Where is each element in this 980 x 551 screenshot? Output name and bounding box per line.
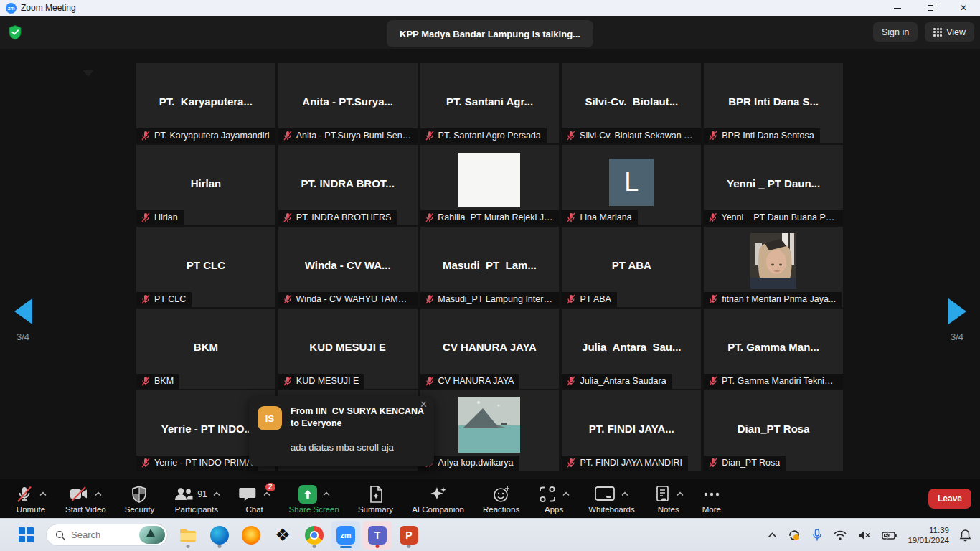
muted-mic-icon xyxy=(425,376,435,386)
search-input[interactable] xyxy=(71,529,133,540)
participant-tile[interactable]: Winda - CV WA...Winda - CV WAHYU TAMA ..… xyxy=(278,227,418,307)
chevron-up-icon[interactable] xyxy=(677,491,684,496)
participant-tile[interactable]: LLina Mariana xyxy=(562,145,701,225)
taskbar-edge-icon[interactable] xyxy=(205,521,234,550)
participant-tile[interactable]: PT. INDRA BROT...PT. INDRA BROTHERS xyxy=(278,145,418,225)
toolbar-label: Reactions xyxy=(483,505,519,514)
participant-tile[interactable]: KUD MESUJI EKUD MESUJI E xyxy=(278,309,418,389)
muted-mic-icon xyxy=(708,131,718,141)
participant-tile[interactable]: BKMBKM xyxy=(136,309,275,389)
participant-video xyxy=(458,397,520,456)
start-button[interactable] xyxy=(11,521,40,550)
participant-display-name: PT. Gamma Man... xyxy=(727,340,819,352)
toolbar-reactions-button[interactable]: Reactions xyxy=(473,479,529,518)
muted-mic-icon xyxy=(566,376,576,386)
chevron-up-icon[interactable] xyxy=(323,491,330,496)
toolbar-whiteboards-button[interactable]: Whiteboards xyxy=(579,479,644,518)
chat-popup-close-icon[interactable]: ✕ xyxy=(420,400,428,409)
close-button[interactable]: ✕ xyxy=(947,0,980,16)
notes-icon xyxy=(654,485,671,504)
muted-mic-icon xyxy=(283,294,293,304)
tray-microphone-icon[interactable] xyxy=(811,529,823,542)
leave-button[interactable]: Leave xyxy=(928,489,971,509)
tray-chevron-up-icon[interactable] xyxy=(768,532,777,538)
taskbar-file-explorer-icon[interactable] xyxy=(174,521,202,550)
sign-in-button[interactable]: Sign in xyxy=(873,22,918,42)
participant-tile[interactable]: PT. FINDI JAYA...PT. FINDI JAYA MANDIRI xyxy=(562,390,701,471)
participant-tile[interactable]: PT. Karyaputera...PT. Karyaputera Jayama… xyxy=(136,63,275,143)
participant-tile[interactable]: CV HANURA JAYACV HANURA JAYA xyxy=(420,309,560,389)
toolbar-participants-button[interactable]: 91Participants xyxy=(164,479,229,518)
taskbar-powerpoint-icon[interactable]: P xyxy=(395,521,423,550)
taskbar-zoom-icon[interactable]: zm xyxy=(331,521,360,550)
toolbar-chat-button[interactable]: 2Chat xyxy=(230,479,280,518)
tray-volume-muted-icon[interactable] xyxy=(857,529,872,541)
participant-grid: PT. Karyaputera...PT. Karyaputera Jayama… xyxy=(136,63,843,471)
participant-tile[interactable]: Rahilla_PT Murah Rejeki Ja... xyxy=(420,145,560,225)
toolbar-label: Security xyxy=(125,505,155,514)
participant-tile[interactable]: HirlanHirlan xyxy=(136,145,275,225)
participant-display-name: Yenni _ PT Daun... xyxy=(727,176,820,189)
chevron-up-icon[interactable] xyxy=(95,491,102,496)
muted-mic-icon xyxy=(141,376,151,386)
chevron-up-icon[interactable] xyxy=(562,491,570,496)
chat-notification-popup[interactable]: IS From IIN_CV SURYA KENCANA to Everyone… xyxy=(249,396,434,466)
taskbar-teams-icon[interactable]: T xyxy=(363,521,392,550)
participant-tile[interactable]: Silvi-Cv. Biolaut...Silvi-Cv. Biolaut Se… xyxy=(562,63,701,143)
taskbar-firefox-icon[interactable] xyxy=(237,521,265,550)
toolbar-security-button[interactable]: Security xyxy=(116,479,164,518)
participant-tile[interactable]: Anita - PT.Surya...Anita - PT.Surya Bumi… xyxy=(278,63,418,143)
search-highlight-image[interactable] xyxy=(139,526,165,544)
tray-wifi-icon[interactable] xyxy=(833,529,847,541)
taskbar-dropbox-icon[interactable]: ❖ xyxy=(268,521,297,550)
participant-video xyxy=(458,153,520,207)
encryption-shield-icon[interactable] xyxy=(7,24,23,40)
toolbar-notes-button[interactable]: Notes xyxy=(644,479,693,518)
toolbar-summary-button[interactable]: Summary xyxy=(349,479,402,518)
toolbar-share-screen-button[interactable]: Share Screen xyxy=(280,479,349,518)
participant-tile[interactable]: PT. Gamma Man...PT. Gamma Mandiri Teknik… xyxy=(704,309,843,389)
participant-tile[interactable]: PT. Santani Agr...PT. Santani Agro Persa… xyxy=(420,63,560,143)
video-gallery-stage: PT. Karyaputera...PT. Karyaputera Jayama… xyxy=(0,49,980,479)
participant-tile[interactable]: Masudi_PT Lam...Masudi_PT Lampung Interp… xyxy=(420,227,560,307)
participant-tile[interactable]: PT ABAPT ABA xyxy=(562,227,701,307)
taskbar-search[interactable] xyxy=(46,524,168,546)
toolbar-label: Summary xyxy=(358,505,393,514)
taskbar-clock[interactable]: 11:39 19/01/2024 xyxy=(908,525,949,545)
restore-button[interactable] xyxy=(914,0,947,16)
minimize-icon xyxy=(894,8,901,9)
notification-bell-icon[interactable] xyxy=(959,529,971,542)
muted-mic-icon xyxy=(425,212,435,222)
participant-tile[interactable]: fitrian f Mentari Prima Jaya... xyxy=(704,227,843,307)
muted-mic-icon xyxy=(708,212,717,222)
toolbar-more-button[interactable]: More xyxy=(693,479,730,518)
tray-battery-icon[interactable] xyxy=(882,530,897,540)
avatar-photo xyxy=(750,233,796,292)
taskbar-chrome-icon[interactable] xyxy=(300,521,329,550)
next-page-arrow[interactable] xyxy=(948,298,966,324)
participant-tile[interactable]: Arlya kop.dwikarya xyxy=(420,390,560,471)
reactions-icon xyxy=(492,485,511,504)
minimize-button[interactable] xyxy=(881,0,914,16)
participant-tile[interactable]: Julia_Antara Sau...Julia_Antara Saudara xyxy=(562,309,701,389)
participant-tile[interactable]: PT CLCPT CLC xyxy=(136,227,275,307)
chat-popup-tail xyxy=(83,70,94,77)
participant-display-name: Winda - CV WA... xyxy=(305,258,391,270)
chevron-up-icon[interactable] xyxy=(621,491,628,496)
participant-tile[interactable]: BPR Inti Dana S...BPR Inti Dana Sentosa xyxy=(704,63,843,143)
chat-sender-avatar: IS xyxy=(258,406,282,430)
toolbar-ai-companion-button[interactable]: AI Companion xyxy=(402,479,473,518)
participant-tile[interactable]: Dian_PT RosaDian_PT Rosa xyxy=(704,390,843,471)
tray-sync-icon[interactable] xyxy=(787,528,801,542)
view-button[interactable]: View xyxy=(925,22,974,42)
previous-page-arrow[interactable] xyxy=(14,298,32,324)
participant-display-name: Julia_Antara Sau... xyxy=(582,340,681,352)
muted-mic-icon xyxy=(566,212,576,222)
chevron-up-icon[interactable] xyxy=(213,491,220,496)
chevron-up-icon[interactable] xyxy=(39,491,47,496)
active-indicator xyxy=(340,546,352,548)
toolbar-apps-button[interactable]: Apps xyxy=(529,479,579,518)
toolbar-start-video-button[interactable]: Start Video xyxy=(56,479,116,518)
participant-tile[interactable]: Yenni _ PT Daun...Yenni _ PT Daun Buana … xyxy=(704,145,843,225)
toolbar-unmute-button[interactable]: Unmute xyxy=(6,479,56,518)
